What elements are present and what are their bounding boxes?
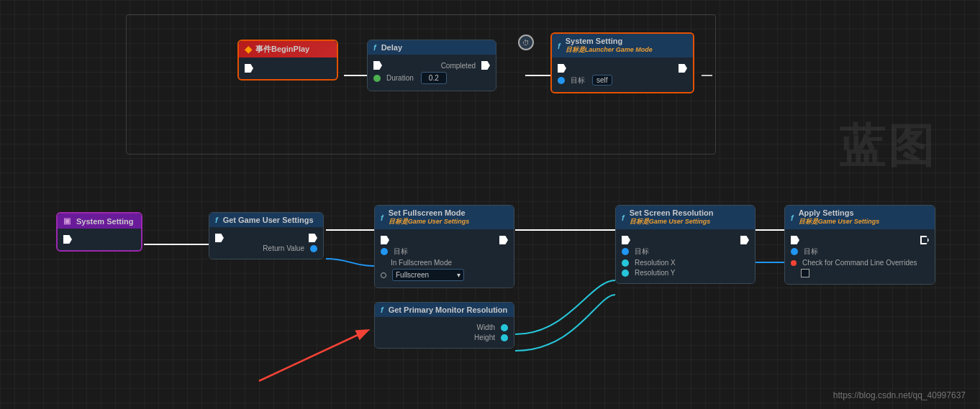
resolution-x-label: Resolution X: [635, 259, 676, 267]
node-event-beginplay: ◆ 事件BeginPlay: [237, 40, 338, 81]
exec-out-pin: [245, 64, 253, 73]
get-primary-monitor-title: f Get Primary Monitor Resolution: [375, 303, 514, 317]
get-game-user-exec-row: [215, 234, 317, 242]
apply-settings-subtitle: 目标是Game User Settings: [799, 217, 880, 226]
node-get-primary-monitor: f Get Primary Monitor Resolution Width H…: [374, 302, 514, 349]
timer-icon: ⏱: [518, 35, 534, 50]
node-apply-settings: f Apply Settings 目标是Game User Settings 目…: [784, 205, 935, 285]
set-fullscreen-subtitle: 目标是Game User Settings: [389, 217, 470, 226]
apply-settings-exec-row: [791, 236, 929, 244]
apply-settings-target-pin: [791, 248, 798, 255]
delay-f-icon: f: [373, 43, 376, 52]
checkbox[interactable]: [801, 269, 809, 277]
apply-settings-exec-out: [920, 236, 929, 244]
set-fullscreen-target-label: 目标: [394, 247, 408, 257]
set-resolution-exec-out: [740, 236, 749, 244]
apply-settings-exec-in: [791, 236, 799, 244]
apply-settings-f-icon: f: [791, 213, 794, 222]
system-setting-left-icon: ▣: [63, 216, 71, 226]
width-label: Width: [476, 323, 495, 331]
set-fullscreen-label: Set Fullscreen Mode: [389, 208, 470, 217]
get-primary-monitor-label: Get Primary Monitor Resolution: [389, 305, 508, 314]
width-row: Width: [381, 323, 508, 331]
system-setting-top-exec-row: [558, 64, 687, 73]
return-value-pin: [310, 245, 317, 252]
system-setting-top-exec-out: [679, 64, 687, 73]
system-setting-left-exec-out: [63, 235, 72, 244]
dropdown-arrow: ▾: [457, 271, 460, 279]
height-label: Height: [474, 334, 495, 341]
height-pin: [501, 334, 508, 341]
resolution-y-pin: [622, 270, 629, 277]
delay-exec-in: [373, 61, 382, 70]
delay-exec-row: Completed: [373, 61, 490, 70]
fullscreen-mode-label-row: In Fullscreen Mode: [381, 259, 508, 267]
set-resolution-target-row: 目标: [622, 247, 749, 257]
apply-settings-target-label: 目标: [804, 247, 818, 257]
duration-pin: [373, 75, 381, 82]
height-row: Height: [381, 334, 508, 341]
system-setting-top-body: 目标 self: [552, 58, 693, 92]
system-setting-left-label: System Setting: [76, 217, 133, 226]
get-primary-monitor-body: Width Height: [375, 317, 514, 348]
fullscreen-dropdown-row: Fullscreen ▾: [381, 269, 508, 281]
fullscreen-mode-pin: [381, 272, 386, 278]
set-fullscreen-target-row: 目标: [381, 247, 508, 257]
system-setting-top-label: System Setting: [566, 37, 653, 45]
set-resolution-exec-row: [622, 236, 749, 244]
system-setting-left-title: ▣ System Setting: [58, 213, 141, 229]
node-system-setting-top: f System Setting 目标是Launcher Game Mode 目…: [550, 32, 694, 93]
apply-settings-label: Apply Settings: [799, 208, 880, 217]
system-setting-top-target-pin: [558, 77, 565, 84]
system-setting-top-target-row: 目标 self: [558, 75, 687, 86]
delay-duration-row: Duration 0.2: [373, 72, 490, 84]
system-setting-left-exec-row: [63, 235, 135, 244]
event-beginplay-body: [239, 58, 337, 79]
get-game-user-exec-out: [309, 234, 317, 242]
delay-exec-out: [481, 61, 490, 70]
set-resolution-target-label: 目标: [635, 247, 649, 257]
resolution-y-label: Resolution Y: [635, 269, 676, 277]
set-fullscreen-exec-out: [499, 236, 508, 244]
node-set-fullscreen-mode: f Set Fullscreen Mode 目标是Game User Setti…: [374, 205, 514, 288]
get-game-user-f-icon: f: [215, 216, 218, 224]
node-delay: f Delay Completed Duration 0.2: [367, 40, 496, 91]
system-setting-top-subtitle: 目标是Launcher Game Mode: [566, 45, 653, 55]
set-fullscreen-exec-in: [381, 236, 389, 244]
system-setting-top-title: f System Setting 目标是Launcher Game Mode: [552, 34, 693, 58]
delay-label: Delay: [381, 43, 402, 52]
delay-body: Completed Duration 0.2: [368, 55, 496, 91]
target-label-top: 目标: [571, 75, 585, 86]
target-value-top: self: [592, 75, 612, 86]
event-beginplay-exec-row: [245, 64, 331, 73]
get-game-user-exec-in: [215, 234, 224, 242]
node-get-game-user-settings: f Get Game User Settings Return Value: [209, 212, 324, 259]
system-setting-left-body: [58, 229, 141, 250]
set-resolution-label: Set Screen Resolution: [630, 208, 714, 217]
system-setting-top-exec-in: [558, 64, 566, 73]
completed-label: Completed: [441, 62, 476, 70]
width-pin: [501, 324, 508, 331]
set-resolution-body: 目标 Resolution X Resolution Y: [616, 229, 755, 283]
set-resolution-exec-in: [622, 236, 630, 244]
return-value-label: Return Value: [263, 244, 304, 252]
get-game-user-body: Return Value: [209, 227, 323, 259]
fullscreen-dropdown[interactable]: Fullscreen ▾: [392, 269, 464, 281]
set-fullscreen-f-icon: f: [381, 213, 384, 222]
return-value-row: Return Value: [215, 244, 317, 252]
node-set-screen-resolution: f Set Screen Resolution 目标是Game User Set…: [615, 205, 756, 284]
set-resolution-title: f Set Screen Resolution 目标是Game User Set…: [616, 206, 755, 229]
event-beginplay-title: ◆ 事件BeginPlay: [239, 41, 337, 58]
diamond-icon: ◆: [245, 44, 252, 55]
resolution-y-row: Resolution Y: [622, 269, 749, 277]
check-cmdline-label: Check for Command Line Overrides: [802, 259, 917, 267]
set-fullscreen-title: f Set Fullscreen Mode 目标是Game User Setti…: [375, 206, 514, 229]
get-game-user-label: Get Game User Settings: [223, 216, 314, 224]
fullscreen-mode-label: In Fullscreen Mode: [391, 259, 452, 267]
check-cmdline-pin: [791, 260, 797, 266]
check-cmdline-row: Check for Command Line Overrides: [791, 259, 929, 267]
set-fullscreen-exec-row: [381, 236, 508, 244]
resolution-x-pin: [622, 259, 629, 267]
fullscreen-value: Fullscreen: [396, 271, 429, 279]
duration-value[interactable]: 0.2: [421, 72, 447, 84]
